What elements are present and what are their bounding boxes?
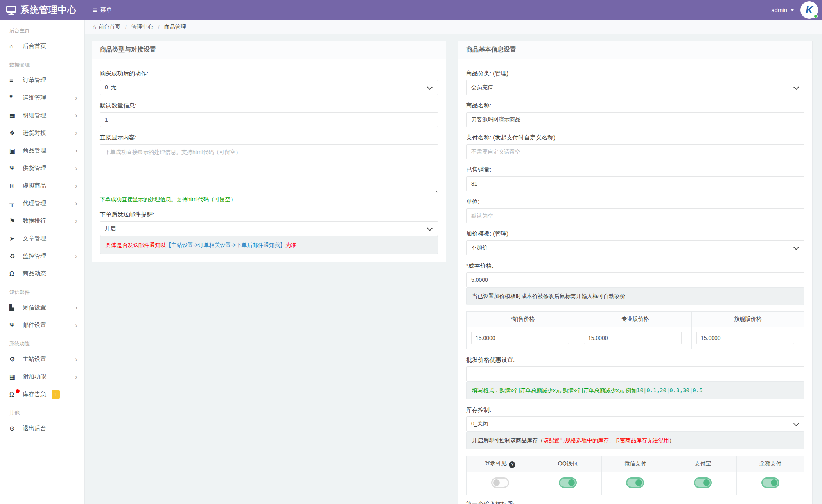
sidebar-item-bell[interactable]: Ω库存告急1 [0, 386, 84, 403]
mail-note-link[interactable]: 【主站设置->订单相关设置->下单后邮件通知我】 [166, 242, 285, 248]
sidebar-item-bell[interactable]: Ω商品动态 [0, 265, 84, 282]
toggle-qq-wallet[interactable] [559, 477, 577, 488]
category-select[interactable]: 会员充值 [466, 80, 804, 95]
payment-column-header: QQ钱包 [534, 456, 601, 472]
stock-control-select[interactable]: 0_关闭 [466, 416, 804, 431]
price-input-pro[interactable] [584, 332, 682, 344]
first-input-title-label: 第一个输入框标题: [466, 500, 804, 504]
payment-column-header: 余额支付 [737, 456, 804, 472]
price-table: *销售价格专业版价格旗舰版价格 [466, 311, 804, 349]
sidebar-item-flag[interactable]: ⚑数据排行› [0, 212, 84, 230]
logo-status-dot [813, 14, 818, 18]
sidebar-item-comments[interactable]: ❞运维管理› [0, 89, 84, 107]
cutlery-icon: Ψ [9, 322, 19, 329]
sidebar-item-grid[interactable]: ⊞虚拟商品› [0, 177, 84, 195]
sidebar-item-calendar[interactable]: ▦明细管理› [0, 107, 84, 124]
markup-template-value: 不加价 [471, 244, 488, 251]
sidebar-item-label: 商品动态 [23, 270, 46, 277]
cutlery-icon: Ψ [9, 165, 19, 172]
panel-body: 商品分类: (管理) 会员充值 商品名称: 支付名称: (发起支付时自定义名称) [458, 59, 812, 504]
product-name-input[interactable] [466, 112, 804, 127]
payment-table: 登录可见?QQ钱包微信支付支付宝余额支付 [466, 456, 804, 495]
price-column-header: 专业版价格 [579, 312, 692, 327]
price-input-sale[interactable] [471, 332, 569, 344]
pay-name-input[interactable] [466, 144, 804, 159]
sidebar-item-chart[interactable]: ▙短信设置› [0, 299, 84, 316]
monitor-icon [6, 6, 16, 13]
purchase-action-value: 0_无 [105, 84, 117, 91]
sidebar-item-label: 后台首页 [23, 43, 46, 50]
sidebar-item-gear[interactable]: ⚙主站设置› [0, 350, 84, 368]
chevron-right-icon: › [75, 322, 77, 329]
sales-count-input[interactable] [466, 176, 804, 191]
markup-template-select[interactable]: 不加价 [466, 240, 804, 255]
purchase-action-label: 购买成功后的动作: [100, 69, 438, 77]
sidebar-item-label: 虚拟商品 [23, 182, 46, 189]
toggle-wechat-pay[interactable] [626, 477, 644, 488]
sidebar-item-sitemap[interactable]: ╦代理管理› [0, 195, 84, 212]
stock-help-suffix: ） [669, 437, 675, 443]
sidebar-item-label: 明细管理 [23, 112, 46, 119]
chevron-right-icon: › [75, 304, 77, 311]
page: 系统管理中心 ≡ 菜单 admin K 后台主页⌂后台首页数据管理≡订单管理❞运… [0, 0, 822, 504]
mail-remind-label: 下单后发送邮件提醒: [100, 210, 438, 218]
sidebar-item-cutlery[interactable]: Ψ邮件设置› [0, 316, 84, 334]
sidebar-item-calendar[interactable]: ▦附加功能› [0, 368, 84, 386]
sidebar-item-cubes[interactable]: ❖进货对接› [0, 124, 84, 142]
wholesale-help: 填写格式：购满x个|订单总额减少x元,购满x个|订单总额减少x元 例如10|0.… [466, 381, 804, 399]
chevron-right-icon: › [75, 130, 77, 136]
payment-toggle-cell [467, 472, 534, 495]
sidebar-section-header: 系统功能 [0, 334, 84, 350]
mail-remind-select[interactable]: 开启 [100, 221, 438, 236]
pay-name-label: 支付名称: (发起支付时自定义名称) [466, 133, 804, 141]
toggle-login-visible[interactable] [491, 477, 509, 488]
cart-icon: ▣ [9, 147, 19, 154]
sidebar-item-label: 邮件设置 [23, 322, 46, 329]
sidebar-item-send[interactable]: ➤文章管理 [0, 230, 84, 247]
unit-input[interactable] [466, 208, 804, 223]
sidebar-item-label: 订单管理 [23, 77, 46, 84]
brand-title: 系统管理中心 [20, 4, 77, 16]
direct-content-textarea[interactable] [100, 144, 438, 193]
product-name-label: 商品名称: [466, 101, 804, 109]
default-qty-label: 默认数量信息: [100, 101, 438, 109]
sidebar-item-refresh[interactable]: ♻监控管理› [0, 247, 84, 265]
payment-toggle-cell [669, 472, 737, 495]
wholesale-help-code: 10|0.1,20|0.3,30|0.5 [637, 387, 703, 393]
toggle-knob [635, 479, 642, 486]
breadcrumb-item[interactable]: 前台首页 [99, 23, 120, 30]
sidebar-item-home[interactable]: ⌂后台首页 [0, 38, 84, 55]
sidebar-item-cart[interactable]: ▣商品管理› [0, 142, 84, 159]
breadcrumb-item[interactable]: 管理中心 [131, 23, 153, 30]
cost-price-help: 当已设置加价模板时成本价被修改后鼠标离开输入框可自动改价 [466, 287, 804, 305]
price-input-ultimate[interactable] [696, 332, 794, 344]
sidebar-item-cutlery[interactable]: Ψ供货管理› [0, 159, 84, 177]
wholesale-help-text: 填写格式：购满x个|订单总额减少x元,购满x个|订单总额减少x元 例如 [472, 387, 637, 393]
user-menu[interactable]: admin [771, 7, 794, 13]
price-cell [692, 327, 804, 349]
grid-icon: ⊞ [9, 182, 19, 189]
toggle-alipay[interactable] [694, 477, 712, 488]
default-qty-input[interactable] [100, 112, 438, 127]
wholesale-input[interactable] [466, 366, 804, 381]
mail-note-suffix: 为准 [285, 242, 296, 248]
toggle-knob [493, 479, 500, 486]
sidebar-item-power[interactable]: ⊙退出后台 [0, 420, 84, 437]
purchase-action-select[interactable]: 0_无 [100, 80, 438, 95]
toggle-knob [771, 479, 777, 486]
toggle-balance-pay[interactable] [761, 477, 779, 488]
power-icon: ⊙ [9, 425, 19, 432]
menu-toggle-button[interactable]: ≡ 菜单 [93, 6, 112, 14]
sidebar-item-list[interactable]: ≡订单管理 [0, 71, 84, 89]
home-icon: ⌂ [9, 43, 19, 50]
cost-price-input[interactable] [466, 272, 804, 287]
chevron-right-icon: › [75, 165, 77, 172]
breadcrumb: ⌂前台首页/管理中心/商品管理 [85, 20, 822, 34]
sidebar-item-label: 进货对接 [23, 129, 46, 137]
chevron-right-icon: › [75, 218, 77, 224]
topbar: 系统管理中心 ≡ 菜单 admin K [0, 0, 822, 20]
refresh-icon: ♻ [9, 252, 19, 260]
stock-control-value: 0_关闭 [471, 420, 488, 427]
sidebar-item-label: 短信设置 [23, 304, 46, 311]
site-logo[interactable]: K [800, 1, 818, 19]
